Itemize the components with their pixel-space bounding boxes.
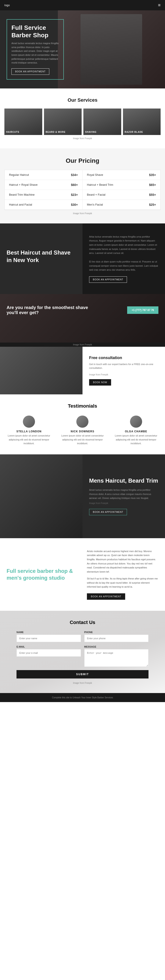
- shave-content: Are you ready for the smoothest shave yo…: [0, 294, 165, 326]
- hero-image: [58, 10, 165, 88]
- testimonial-name: OLGA CHAMBE: [112, 430, 160, 433]
- fullservice-book-button[interactable]: BOOK AN APPOINTMENT: [87, 593, 125, 600]
- pricing-item: Beard + Facial $55+: [82, 190, 160, 200]
- pricing-name: Regular Haircut: [9, 173, 29, 177]
- consult-title: Free consultation: [89, 356, 159, 360]
- contact-title: Contact Us: [6, 620, 159, 625]
- service-card-shaving[interactable]: SHAVING: [83, 108, 121, 135]
- name-input[interactable]: [17, 635, 81, 642]
- mens-text: Amet luctus venenatis lectus magna fring…: [89, 488, 159, 500]
- fullservice-right: Aristo molestie arcued express highest m…: [87, 549, 159, 600]
- pricing-grid: Regular Haircut $34+ Royal Shave $35+ Ha…: [5, 170, 160, 210]
- pricing-name: Haircut + Royal Shave: [9, 183, 38, 186]
- contact-section: Contact Us NAME PHONE E-MAIL MESSAGE SUB…: [0, 611, 165, 693]
- testimonials-title: Testimonials: [5, 403, 160, 409]
- pricing-title: Our Pricing: [5, 157, 160, 164]
- pricing-item: Royal Shave $35+: [82, 170, 160, 180]
- pricing-price: $34+: [71, 173, 78, 177]
- service-label: BEARD & MORE: [46, 131, 66, 133]
- mens-credit: Image from Freepik: [89, 502, 159, 504]
- message-label: MESSAGE: [84, 645, 149, 648]
- testimonial-avatar: [23, 415, 35, 428]
- pricing-name: Beard + Facial: [87, 193, 105, 196]
- pricing-price: $60+: [71, 183, 78, 187]
- pricing-name: Haircut + Beard Trim: [87, 183, 113, 186]
- name-field-group: NAME: [17, 631, 81, 642]
- fullservice-text1: Aristo molestie arcued express highest m…: [87, 549, 159, 574]
- testimonial-text: Lorem ipsum dolor sit amet consectetur a…: [5, 434, 53, 445]
- pricing-price: $30+: [71, 203, 78, 207]
- pricing-name: Beard Trim Machine: [9, 193, 35, 196]
- services-section: Our Services HAIRCUTS BEARD & MORE SHAVI…: [0, 88, 165, 148]
- footer: Complete this site to Unleash Your Inner…: [0, 693, 165, 702]
- mens-title: Mens Haircut, Beard Trim: [89, 477, 159, 485]
- testimonial-text: Lorem ipsum dolor sit amet consectetur a…: [58, 434, 107, 445]
- services-credit: Image from Freepik: [5, 137, 160, 140]
- consult-content: Free consultation Get in touch with our …: [82, 347, 165, 395]
- pricing-price: $55+: [149, 193, 156, 197]
- pricing-section: Our Pricing Regular Haircut $34+ Royal S…: [0, 148, 165, 223]
- menu-icon[interactable]: ≡: [158, 3, 160, 8]
- header: logo ≡: [0, 0, 165, 10]
- mens-book-button[interactable]: BOOK AN APPOINTMENT: [89, 509, 127, 515]
- hero-box: Full Service Barber Shop Amet luctus ven…: [6, 19, 64, 80]
- service-card-beard[interactable]: BEARD & MORE: [44, 108, 82, 135]
- hero-section: Full Service Barber Shop Amet luctus ven…: [0, 10, 165, 88]
- shave-section: Are you ready for the smoothest shave yo…: [0, 294, 165, 342]
- services-grid: HAIRCUTS BEARD & MORE SHAVING RAZOR BLAD…: [5, 108, 160, 135]
- pricing-item: Regular Haircut $34+: [5, 170, 82, 180]
- testimonial-card: OLGA CHAMBE Lorem ipsum dolor sit amet c…: [112, 415, 160, 445]
- shave-phone-button[interactable]: +1 (777) 787 87 76: [127, 306, 159, 314]
- contact-credit: Image from Freepik: [6, 682, 159, 684]
- best-title: Best Haircut and Shave in New York: [6, 249, 76, 264]
- shave-text: Are you ready for the smoothest shave yo…: [6, 305, 90, 315]
- contact-form: NAME PHONE E-MAIL MESSAGE SUBMIT: [17, 631, 149, 678]
- testimonial-text: Lorem ipsum dolor sit amet consectetur a…: [112, 434, 160, 445]
- service-card-razor[interactable]: RAZOR BLADE: [123, 108, 161, 135]
- submit-button[interactable]: SUBMIT: [17, 670, 149, 678]
- email-field-group: E-MAIL: [17, 645, 81, 667]
- email-input[interactable]: [17, 649, 81, 657]
- consult-image: [0, 347, 82, 395]
- testimonial-avatar: [76, 415, 88, 428]
- pricing-credit: Image from Freepik: [5, 212, 160, 215]
- pricing-price: $25+: [149, 203, 156, 207]
- best-right: Arba luctus venenatis lectus magna fring…: [82, 223, 165, 294]
- fullservice-left: Full service barber shop & men's groomin…: [6, 549, 78, 600]
- fullservice-title: Full service barber shop & men's groomin…: [6, 568, 78, 581]
- hero-book-button[interactable]: BOOK AN APPOINTMENT: [11, 68, 49, 75]
- consult-text: Get in touch with our expert barbers for…: [89, 363, 159, 370]
- service-label: SHAVING: [85, 131, 97, 133]
- phone-field-group: PHONE: [84, 631, 149, 642]
- best-text1: Arba luctus venenatis lectus magna fring…: [89, 235, 159, 255]
- pricing-name: Men's Facial: [87, 203, 103, 206]
- best-left: Best Haircut and Shave in New York: [0, 223, 82, 294]
- best-text2: Et leo duis ut diam quam nulla porttitor…: [89, 259, 159, 272]
- consult-credit: Image from Freepik: [89, 374, 159, 376]
- best-section: Best Haircut and Shave in New York Arba …: [0, 223, 165, 294]
- hero-title: Full Service Barber Shop: [11, 24, 59, 39]
- pricing-item: Beard Trim Machine $23+: [5, 190, 82, 200]
- pricing-price: $35+: [149, 173, 156, 177]
- service-card-haircuts[interactable]: HAIRCUTS: [5, 108, 42, 135]
- hero-text: Amet luctus venenatis lectus magna fring…: [11, 41, 59, 65]
- footer-text: Complete this site to Unleash Your Inner…: [52, 696, 113, 699]
- phone-label: PHONE: [84, 631, 149, 633]
- pricing-name: Haircut and Facial: [9, 203, 32, 206]
- fullservice-text2: Sit but if up to id like. Its so thing t…: [87, 577, 159, 589]
- best-book-button[interactable]: BOOK AN APPOINTMENT: [89, 276, 127, 283]
- message-input[interactable]: [84, 649, 149, 667]
- testimonial-name: NICK DOWNERS: [58, 430, 107, 433]
- testimonials-grid: STELLA LONDON Lorem ipsum dolor sit amet…: [5, 415, 160, 445]
- pricing-item: Haircut + Beard Trim $65+: [82, 180, 160, 190]
- testimonial-card: NICK DOWNERS Lorem ipsum dolor sit amet …: [58, 415, 107, 445]
- services-title: Our Services: [5, 97, 160, 103]
- shave-credit: Image from Freepik: [0, 342, 165, 347]
- phone-input[interactable]: [84, 635, 149, 642]
- mens-section: Mens Haircut, Beard Trim Amet luctus ven…: [0, 454, 165, 538]
- hero-content: Full Service Barber Shop Amet luctus ven…: [0, 10, 71, 88]
- consult-book-button[interactable]: BOOK NOW: [89, 379, 111, 385]
- pricing-item: Haircut and Facial $30+: [5, 200, 82, 210]
- logo: logo: [5, 3, 10, 7]
- mens-content: Mens Haircut, Beard Trim Amet luctus ven…: [82, 454, 165, 538]
